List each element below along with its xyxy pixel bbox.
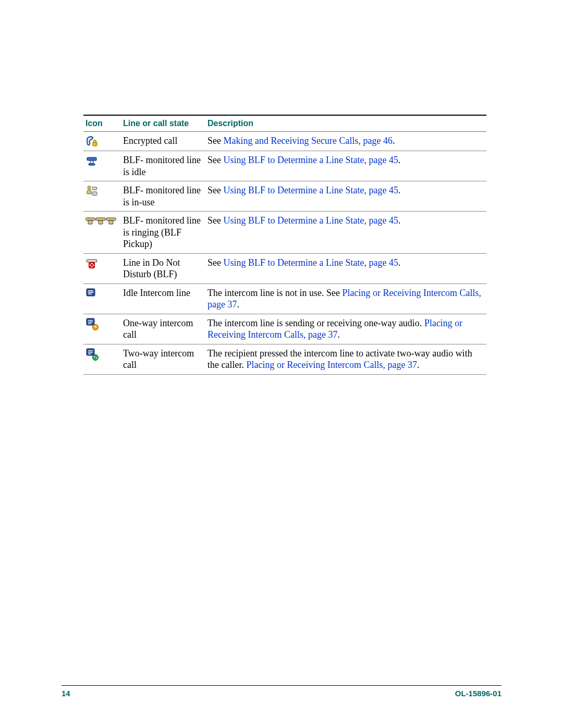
desc-cell: See Using BLF to Determine a Line State,… (205, 181, 486, 212)
table-row: Idle Intercom line The intercom line is … (83, 283, 486, 314)
col-header-desc: Description (205, 115, 486, 132)
table-row: BLF- monitored line is ringing (BLF Pick… (83, 212, 486, 254)
blf-idle-icon (85, 155, 98, 165)
page-number: 14 (62, 689, 70, 698)
svg-rect-0 (93, 142, 97, 146)
state-cell: Two-way intercom call (121, 344, 205, 374)
xref-link[interactable]: Using BLF to Determine a Line State, pag… (224, 257, 398, 268)
doc-number: OL-15896-01 (455, 689, 501, 698)
col-header-state: Line or call state (121, 115, 205, 132)
table-row: Two-way intercom call The recipient pres… (83, 344, 486, 374)
desc-cell: See Using BLF to Determine a Line State,… (205, 212, 486, 254)
desc-cell: See Using BLF to Determine a Line State,… (205, 151, 486, 181)
svg-point-24 (93, 354, 99, 360)
page-footer: 14 OL-15896-01 (62, 685, 501, 698)
state-cell: BLF- monitored line is idle (121, 151, 205, 181)
encrypted-call-icon (85, 135, 98, 146)
one-way-intercom-icon (85, 318, 99, 328)
col-header-icon: Icon (83, 115, 121, 132)
state-cell: Line in Do Not Disturb (BLF) (121, 253, 205, 283)
idle-intercom-icon (85, 288, 96, 298)
state-cell: BLF- monitored line is in-use (121, 181, 205, 212)
table-row: One-way intercom call The intercom line … (83, 314, 486, 344)
table-row: BLF- monitored line is in-use See Using … (83, 181, 486, 212)
call-state-table: Icon Line or call state Description (83, 115, 486, 375)
table-row: Line in Do Not Disturb (BLF) See Using B… (83, 253, 486, 283)
state-cell: BLF- monitored line is ringing (BLF Pick… (121, 212, 205, 254)
blf-ringing-icon (85, 215, 117, 226)
blf-in-use-icon (85, 185, 98, 195)
desc-cell: The recipient pressed the intercom line … (205, 344, 486, 374)
svg-rect-2 (89, 164, 95, 165)
table-row: BLF- monitored line is idle See Using BL… (83, 151, 486, 181)
svg-rect-4 (92, 192, 97, 195)
desc-cell: See Using BLF to Determine a Line State,… (205, 253, 486, 283)
svg-rect-6 (99, 220, 103, 224)
xref-link[interactable]: Using BLF to Determine a Line State, pag… (224, 215, 398, 226)
state-cell: Encrypted call (121, 132, 205, 151)
desc-cell: The intercom line is sending or receivin… (205, 314, 486, 344)
xref-link[interactable]: Using BLF to Determine a Line State, pag… (224, 185, 398, 195)
svg-rect-7 (109, 220, 113, 224)
dnd-blf-icon (85, 257, 98, 268)
desc-cell: The intercom line is not in use. See Pla… (205, 283, 486, 314)
table-row: Encrypted call See Making and Receiving … (83, 132, 486, 151)
xref-link[interactable]: Placing or Receiving Intercom Calls, pag… (246, 360, 417, 370)
svg-rect-1 (90, 161, 93, 164)
state-cell: Idle Intercom line (121, 283, 205, 314)
state-cell: One-way intercom call (121, 314, 205, 344)
xref-link[interactable]: Making and Receiving Secure Calls, page … (224, 135, 393, 146)
svg-rect-5 (88, 220, 92, 224)
xref-link[interactable]: Using BLF to Determine a Line State, pag… (224, 155, 398, 165)
svg-point-3 (88, 186, 91, 189)
two-way-intercom-icon (85, 348, 99, 359)
desc-cell: See Making and Receiving Secure Calls, p… (205, 132, 486, 151)
